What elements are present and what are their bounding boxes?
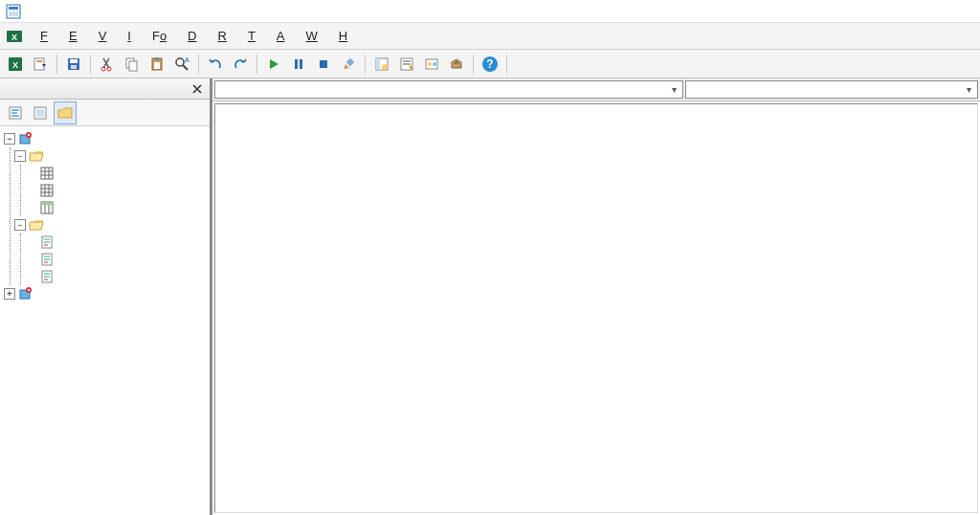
collapse-icon[interactable]: − [14, 150, 26, 162]
toolbar: X A ? [0, 50, 980, 78]
svg-rect-23 [320, 60, 327, 68]
tree-vbaproject-template[interactable]: + [2, 285, 208, 302]
menu-view[interactable]: V [89, 26, 117, 46]
insert-module-button[interactable] [29, 53, 52, 76]
collapse-icon[interactable]: − [14, 219, 26, 231]
menu-tools[interactable]: T [238, 26, 265, 46]
module-icon [39, 252, 55, 267]
svg-rect-26 [376, 58, 380, 70]
object-browser-button[interactable] [420, 53, 443, 76]
view-object-button[interactable] [29, 101, 52, 124]
svg-rect-8 [36, 60, 42, 62]
project-explorer-close-button[interactable] [189, 80, 206, 98]
svg-text:?: ? [486, 57, 493, 71]
toolbar-separator [56, 55, 57, 74]
toolbar-separator [256, 55, 257, 74]
project-tree[interactable]: − − [0, 126, 210, 515]
worksheet-icon [39, 183, 55, 198]
tree-sheet2[interactable] [23, 182, 208, 199]
svg-rect-45 [41, 168, 53, 179]
tree-modules[interactable]: − [12, 216, 208, 234]
find-button[interactable]: A [170, 53, 193, 76]
menu-edit[interactable]: E [59, 26, 87, 46]
svg-rect-15 [129, 61, 137, 71]
tree-module3[interactable] [23, 268, 208, 285]
chevron-down-icon: ▾ [967, 84, 971, 95]
project-explorer-toolbar [0, 100, 210, 126]
svg-point-32 [428, 62, 432, 66]
svg-rect-29 [403, 60, 411, 62]
svg-rect-24 [346, 57, 354, 65]
view-excel-button[interactable]: X [4, 53, 27, 76]
svg-text:A: A [185, 56, 189, 63]
toolbar-separator [365, 55, 366, 74]
menu-addins[interactable]: A [267, 26, 295, 46]
menu-format[interactable]: Fo [143, 26, 176, 46]
menu-help[interactable]: H [329, 26, 357, 46]
run-button[interactable] [262, 53, 285, 76]
undo-button[interactable] [204, 53, 227, 76]
vba-project-icon [18, 286, 33, 302]
object-dropdown[interactable]: ▾ [214, 80, 683, 99]
collapse-icon[interactable]: − [4, 133, 15, 145]
expand-icon[interactable]: + [4, 288, 15, 300]
svg-rect-30 [403, 63, 411, 65]
project-explorer-title-bar [0, 78, 210, 100]
worksheet-icon [39, 166, 55, 181]
menu-window[interactable]: W [297, 26, 327, 46]
break-button[interactable] [287, 53, 310, 76]
toggle-folders-button[interactable] [54, 101, 77, 124]
svg-text:X: X [11, 33, 17, 42]
toolbar-separator [473, 55, 474, 74]
project-explorer-button[interactable] [370, 53, 393, 76]
help-button[interactable]: ? [479, 53, 501, 76]
paste-button[interactable] [145, 53, 168, 76]
design-mode-button[interactable] [337, 53, 360, 76]
title-bar [0, 0, 980, 23]
tree-vbaproject-book1[interactable]: − [2, 130, 208, 147]
svg-rect-1 [9, 7, 18, 10]
menu-file[interactable]: F [31, 26, 57, 46]
code-editor[interactable] [214, 103, 978, 513]
tree-module2[interactable] [23, 251, 208, 268]
folder-open-icon [29, 148, 44, 164]
toolbar-separator [198, 55, 199, 74]
tree-thisworkbook[interactable] [23, 199, 208, 216]
tree-excel-objects[interactable]: − [12, 147, 208, 165]
copy-button[interactable] [121, 53, 144, 76]
svg-text:X: X [12, 60, 18, 70]
svg-rect-11 [71, 65, 77, 69]
excel-switch-icon[interactable]: X [4, 28, 25, 45]
svg-rect-22 [300, 59, 302, 69]
svg-point-19 [176, 58, 184, 66]
toolbar-separator [90, 55, 91, 74]
menu-run[interactable]: R [209, 26, 236, 46]
svg-rect-18 [154, 62, 160, 69]
app-icon [6, 4, 21, 19]
chevron-down-icon: ▾ [672, 84, 677, 95]
reset-button[interactable] [312, 53, 335, 76]
svg-rect-17 [154, 57, 160, 60]
toolbox-button[interactable] [445, 53, 468, 76]
view-code-button[interactable] [4, 101, 27, 124]
menu-debug[interactable]: D [178, 26, 206, 46]
toolbar-separator [506, 55, 507, 74]
svg-rect-73 [28, 289, 30, 291]
properties-button[interactable] [395, 53, 418, 76]
procedure-dropdown[interactable]: ▾ [685, 80, 978, 99]
svg-rect-21 [295, 59, 298, 69]
svg-rect-44 [28, 134, 30, 136]
tree-sheet1[interactable] [23, 165, 208, 182]
redo-button[interactable] [229, 53, 252, 76]
module-icon [39, 235, 55, 250]
main-area: − − [0, 78, 980, 515]
module-icon [39, 269, 55, 284]
svg-rect-56 [41, 202, 53, 205]
cut-button[interactable] [96, 53, 119, 76]
menu-bar: X F E V I Fo D R T A W H [0, 23, 980, 50]
svg-point-27 [382, 64, 388, 70]
tree-module1[interactable] [23, 234, 208, 251]
save-button[interactable] [62, 53, 85, 76]
menu-insert[interactable]: I [118, 26, 141, 46]
project-explorer: − − [0, 78, 211, 515]
